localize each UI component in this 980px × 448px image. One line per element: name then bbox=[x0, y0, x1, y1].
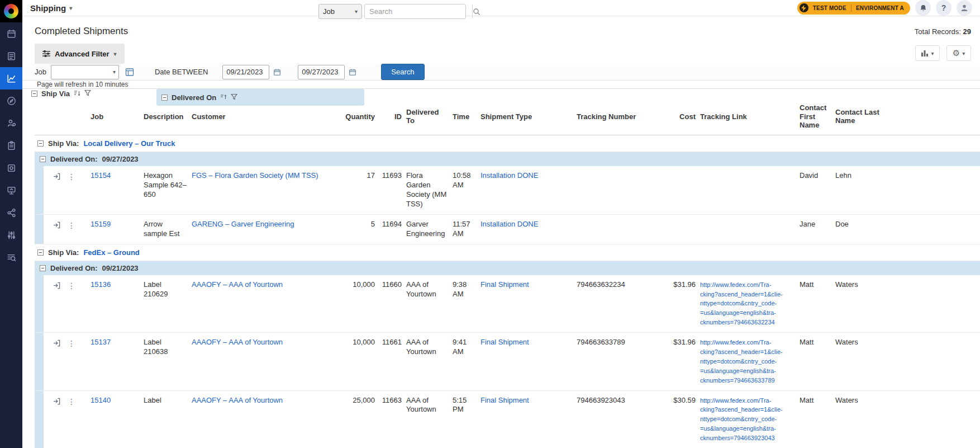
customer-link[interactable]: AAAOFY – AAA of Yourtown bbox=[192, 396, 283, 404]
open-record-icon[interactable] bbox=[53, 172, 61, 181]
filter-funnel-icon[interactable] bbox=[231, 93, 237, 102]
sidebar-presentation-icon[interactable] bbox=[0, 179, 22, 201]
customer-link[interactable]: GARENG – Garver Engineering bbox=[192, 220, 294, 228]
col-header-description[interactable]: Description bbox=[144, 112, 187, 121]
shipment-type-link[interactable]: Installation DONE bbox=[481, 171, 538, 180]
date-to-input[interactable]: 09/27/2023 bbox=[298, 65, 345, 79]
sidebar-scan-icon[interactable] bbox=[0, 157, 22, 179]
help-button[interactable]: ? bbox=[936, 0, 952, 16]
open-record-icon[interactable] bbox=[53, 339, 61, 347]
filter-search-button[interactable]: Search bbox=[381, 64, 424, 80]
id-cell: 11694 bbox=[379, 215, 402, 234]
col-header-delivered-to[interactable]: Delivered To bbox=[406, 108, 448, 125]
advanced-filter-button[interactable]: Advanced Filter ▾ bbox=[35, 44, 125, 64]
collapse-icon[interactable] bbox=[31, 91, 37, 97]
search-input[interactable] bbox=[365, 7, 472, 16]
col-header-cost[interactable]: Cost bbox=[662, 112, 696, 121]
environment-badge: ENVIRONMENT A bbox=[856, 5, 904, 11]
total-records: Total Records: 29 bbox=[915, 27, 971, 36]
group-value-link[interactable]: FedEx – Ground bbox=[83, 248, 139, 257]
col-header-customer[interactable]: Customer bbox=[192, 112, 337, 121]
col-header-tracking-link[interactable]: Tracking Link bbox=[700, 112, 795, 121]
col-header-contact-last-name[interactable]: Contact Last Name bbox=[835, 108, 880, 125]
sidebar-user-settings-icon[interactable] bbox=[0, 112, 22, 134]
row-menu-icon[interactable]: ⋮ bbox=[68, 221, 75, 229]
job-combobox[interactable]: ▾ bbox=[51, 65, 119, 79]
row-menu-icon[interactable]: ⋮ bbox=[68, 397, 75, 405]
sidebar-calendar-icon[interactable] bbox=[0, 22, 22, 45]
group-value-link[interactable]: Local Delivery – Our Truck bbox=[83, 139, 175, 148]
delivered-to-cell: AAA of Yourtown bbox=[406, 391, 448, 420]
col-header-quantity[interactable]: Quantity bbox=[341, 112, 375, 121]
shipment-type-link[interactable]: Final Shipment bbox=[481, 280, 529, 289]
column-options-button[interactable]: ▾ bbox=[915, 45, 940, 61]
sidebar-document-icon[interactable] bbox=[0, 45, 22, 67]
row-menu-icon[interactable]: ⋮ bbox=[68, 339, 75, 347]
shipment-type-link[interactable]: Final Shipment bbox=[481, 338, 529, 346]
row-menu-icon[interactable]: ⋮ bbox=[68, 281, 75, 290]
notifications-button[interactable] bbox=[915, 0, 931, 16]
tracking-link[interactable]: http://www.fedex.com/Tra- cking?ascend_h… bbox=[700, 281, 783, 326]
col-header-shipment-type[interactable]: Shipment Type bbox=[481, 112, 572, 121]
collapse-icon[interactable] bbox=[40, 265, 46, 271]
page-header: Completed Shipments Total Records: 29 bbox=[22, 16, 980, 44]
quantity-cell: 10,000 bbox=[341, 333, 375, 352]
date-from-input[interactable]: 09/21/2023 bbox=[222, 65, 269, 79]
topbar-right: TEST MODE ENVIRONMENT A ? bbox=[797, 0, 972, 16]
subgroup-value: 09/27/2023 bbox=[102, 155, 139, 163]
date-from-calendar-button[interactable] bbox=[271, 66, 283, 78]
group-chip-ship-via[interactable]: Ship Via bbox=[31, 89, 91, 98]
sidebar-data-search-icon[interactable] bbox=[0, 246, 22, 268]
job-link[interactable]: 15137 bbox=[91, 338, 111, 346]
filter-funnel-icon[interactable] bbox=[84, 89, 91, 98]
contact-last-name-cell: Waters bbox=[835, 391, 880, 411]
collapse-icon[interactable] bbox=[37, 140, 44, 147]
col-header-id[interactable]: ID bbox=[379, 112, 402, 121]
job-link[interactable]: 15154 bbox=[91, 171, 111, 180]
grouping-bar: Ship Via Delivered On bbox=[22, 89, 980, 98]
shipment-type-link[interactable]: Installation DONE bbox=[481, 220, 538, 228]
sort-icon[interactable] bbox=[74, 89, 80, 98]
customer-link[interactable]: AAAOFY – AAA of Yourtown bbox=[192, 338, 283, 346]
search-scope-select[interactable]: Job ▾ bbox=[318, 4, 362, 19]
subgroup-row-delivered-on: Delivered On: 09/27/2023 bbox=[35, 152, 980, 166]
sidebar-workflow-icon[interactable] bbox=[0, 201, 22, 224]
collapse-icon[interactable] bbox=[37, 249, 44, 256]
sidebar-clipboard-icon[interactable] bbox=[0, 134, 22, 157]
sort-icon[interactable] bbox=[220, 93, 227, 102]
group-chip-label: Delivered On bbox=[172, 93, 216, 102]
col-header-job[interactable]: Job bbox=[84, 112, 139, 121]
customer-link[interactable]: AAAOFY – AAA of Yourtown bbox=[192, 280, 283, 289]
quantity-cell: 10,000 bbox=[341, 275, 375, 295]
page-title: Completed Shipments bbox=[35, 26, 128, 37]
open-record-icon[interactable] bbox=[53, 397, 61, 405]
settings-button[interactable]: ⚙ ▾ bbox=[946, 45, 971, 61]
group-chip-delivered-on[interactable]: Delivered On bbox=[156, 89, 364, 106]
collapse-icon[interactable] bbox=[161, 95, 168, 101]
open-record-icon[interactable] bbox=[53, 221, 61, 229]
app-module-label: Shipping bbox=[30, 3, 66, 13]
sidebar-compass-icon[interactable] bbox=[0, 89, 22, 112]
sidebar-shipping-analytics-icon[interactable] bbox=[0, 67, 22, 89]
job-link[interactable]: 15140 bbox=[91, 396, 111, 404]
row-menu-icon[interactable]: ⋮ bbox=[68, 172, 75, 181]
customer-link[interactable]: FGS – Flora Garden Society (MM TSS) bbox=[192, 171, 318, 180]
cost-cell: $31.96 bbox=[662, 275, 696, 295]
tracking-link[interactable]: http://www.fedex.com/Tra- cking?ascend_h… bbox=[700, 397, 783, 442]
col-header-contact-first-name[interactable]: Contact First Name bbox=[800, 103, 831, 129]
user-profile-button[interactable] bbox=[957, 0, 972, 16]
job-lookup-button[interactable] bbox=[123, 66, 136, 78]
job-link[interactable]: 15136 bbox=[91, 280, 111, 289]
sidebar-sliders-icon[interactable] bbox=[0, 224, 22, 246]
shipment-type-link[interactable]: Final Shipment bbox=[481, 396, 529, 404]
app-logo[interactable] bbox=[0, 0, 22, 22]
search-submit-button[interactable] bbox=[472, 4, 481, 18]
collapse-icon[interactable] bbox=[40, 156, 46, 162]
date-to-calendar-button[interactable] bbox=[346, 66, 359, 78]
col-header-time[interactable]: Time bbox=[453, 112, 476, 121]
col-header-tracking-number[interactable]: Tracking Number bbox=[577, 112, 658, 121]
app-module-menu[interactable]: Shipping ▾ bbox=[30, 3, 72, 13]
tracking-link[interactable]: http://www.fedex.com/Tra- cking?ascend_h… bbox=[700, 339, 783, 384]
open-record-icon[interactable] bbox=[53, 281, 61, 290]
job-link[interactable]: 15159 bbox=[91, 220, 111, 228]
